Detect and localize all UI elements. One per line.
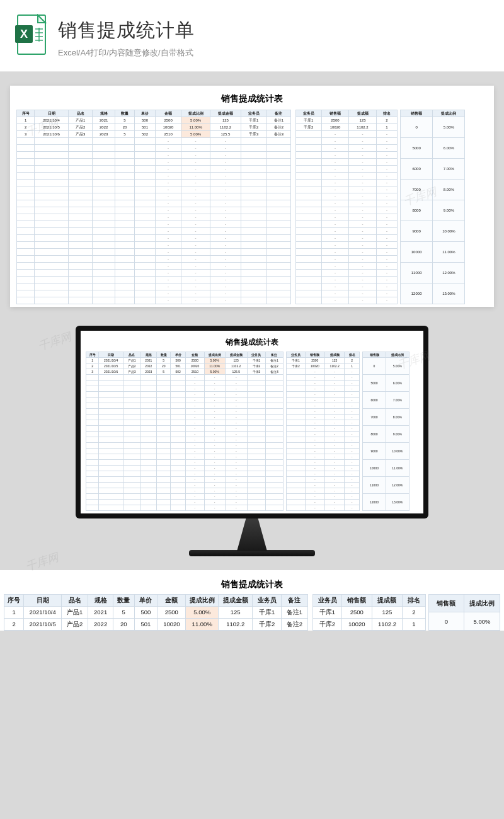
cell (295, 263, 321, 270)
cell: - (305, 505, 324, 511)
cell (171, 409, 186, 415)
cell (99, 415, 123, 420)
cell (99, 471, 123, 477)
table-row: ------ (17, 228, 398, 235)
cell: - (156, 263, 181, 270)
cell: 9000 (363, 443, 386, 460)
cell (86, 375, 99, 381)
cell: - (204, 403, 225, 409)
col-header: 数量 (115, 110, 135, 117)
cell (115, 193, 135, 200)
cell (17, 270, 35, 277)
cell: - (210, 228, 241, 235)
cell (287, 375, 305, 381)
cell (266, 443, 284, 449)
table-row: ------ (86, 471, 360, 477)
cell (247, 420, 265, 426)
table-row: ------ (86, 409, 360, 415)
col-header: 备注 (266, 110, 290, 117)
cell (115, 256, 135, 263)
table-row: 22021/10/5产品22022205011002011.00%1102.2千… (17, 124, 398, 131)
table-row: ------ (86, 403, 360, 409)
cell (266, 290, 290, 297)
cell: 501 (134, 124, 155, 131)
cell (86, 505, 99, 511)
cell: - (225, 437, 247, 443)
cell: 2500 (341, 607, 372, 619)
table-row: ------ (17, 214, 398, 221)
cell (266, 488, 284, 494)
col-header: 规格 (88, 595, 113, 607)
cell (266, 228, 290, 235)
cell (115, 166, 135, 173)
cell (99, 449, 123, 454)
table-row: 70008.00% (363, 409, 410, 426)
cell: - (210, 290, 241, 297)
cell: 备注1 (281, 607, 307, 619)
cell: 502 (171, 369, 186, 375)
col-header: 日期 (35, 110, 69, 117)
cell: - (345, 477, 360, 483)
cell: - (225, 398, 247, 403)
cell: - (349, 207, 377, 214)
cell (241, 193, 266, 200)
cell (295, 277, 321, 284)
cell: - (305, 432, 324, 437)
cell: - (204, 443, 225, 449)
cell: - (204, 392, 225, 398)
cell (17, 173, 35, 180)
cell (134, 200, 155, 207)
col-header: 单价 (171, 352, 186, 358)
cell (247, 375, 265, 381)
cell: - (181, 138, 210, 145)
cell: 11000 (363, 477, 386, 494)
cell: - (225, 460, 247, 466)
cell (247, 449, 265, 454)
table-row: 05.00% (363, 358, 410, 375)
cell: - (345, 398, 360, 403)
cell: - (324, 375, 344, 381)
cell (86, 409, 99, 415)
col-header: 提成比例 (433, 110, 465, 117)
cell: 2500 (156, 117, 181, 124)
cell: - (210, 221, 241, 228)
cell (86, 449, 99, 454)
cell: - (376, 200, 397, 207)
cell (86, 454, 99, 460)
table-row: 1200013.00% (363, 494, 410, 511)
cell (123, 432, 140, 437)
cell (17, 228, 35, 235)
cell: 2510 (156, 131, 181, 138)
cell: - (186, 398, 204, 403)
cell: 9000 (401, 221, 433, 242)
cell (86, 426, 99, 432)
cell (115, 284, 135, 290)
cell: 1102.2 (219, 619, 253, 631)
cell: 2 (86, 364, 99, 369)
cell: - (321, 214, 349, 221)
cell: - (204, 449, 225, 454)
cell: 125.5 (225, 369, 247, 375)
cell: 8000 (363, 426, 386, 443)
cell (93, 138, 115, 145)
cell (140, 386, 157, 392)
table-row: ------ (86, 488, 360, 494)
cell: 20 (157, 364, 171, 369)
cell (247, 443, 265, 449)
cell (68, 193, 92, 200)
cell (93, 173, 115, 180)
cell (17, 284, 35, 290)
cell (68, 152, 92, 159)
cell (93, 256, 115, 263)
cell (134, 186, 155, 193)
cell (241, 152, 266, 159)
cell (287, 426, 305, 432)
cell: 5.00% (386, 358, 409, 375)
cell (99, 454, 123, 460)
table-row: 50006.00% (401, 138, 465, 159)
cell: - (321, 263, 349, 270)
cell: 11.00% (186, 619, 219, 631)
cell (171, 375, 186, 381)
cell (123, 500, 140, 505)
cell: - (321, 221, 349, 228)
